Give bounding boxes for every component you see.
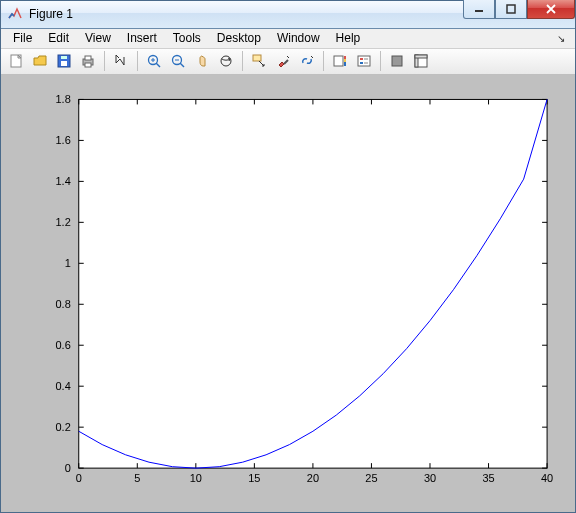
pan-button[interactable]: [191, 50, 213, 72]
print-figure-button[interactable]: [77, 50, 99, 72]
toolbar-separator: [104, 51, 105, 71]
menu-overflow-icon[interactable]: ↘: [551, 33, 571, 44]
svg-text:1.6: 1.6: [56, 134, 71, 146]
toolbar: [1, 49, 575, 75]
insert-colorbar-button[interactable]: [329, 50, 351, 72]
svg-text:1.4: 1.4: [56, 175, 71, 187]
svg-text:1.8: 1.8: [56, 93, 71, 105]
svg-line-15: [180, 63, 184, 67]
toolbar-separator: [242, 51, 243, 71]
menu-view[interactable]: View: [77, 29, 119, 47]
svg-text:15: 15: [248, 472, 260, 484]
svg-text:0: 0: [65, 462, 71, 474]
menu-insert[interactable]: Insert: [119, 29, 165, 47]
svg-rect-20: [334, 56, 343, 66]
svg-rect-9: [85, 63, 91, 67]
toolbar-separator: [380, 51, 381, 71]
svg-text:30: 30: [424, 472, 436, 484]
svg-text:0: 0: [76, 472, 82, 484]
svg-rect-5: [61, 61, 67, 66]
svg-text:40: 40: [541, 472, 553, 484]
svg-line-11: [156, 63, 160, 67]
new-figure-button[interactable]: [5, 50, 27, 72]
close-button[interactable]: [527, 0, 575, 19]
svg-text:0.4: 0.4: [56, 380, 71, 392]
figure-background: 051015202530354000.20.40.60.811.21.41.61…: [9, 83, 567, 505]
svg-rect-32: [415, 55, 427, 58]
svg-text:25: 25: [365, 472, 377, 484]
rotate-3d-button[interactable]: [215, 50, 237, 72]
menu-tools[interactable]: Tools: [165, 29, 209, 47]
svg-rect-23: [344, 59, 346, 62]
insert-legend-button[interactable]: [353, 50, 375, 72]
svg-rect-29: [392, 56, 402, 66]
svg-rect-24: [358, 56, 370, 66]
window-title: Figure 1: [29, 7, 463, 21]
menu-edit[interactable]: Edit: [40, 29, 77, 47]
menu-desktop[interactable]: Desktop: [209, 29, 269, 47]
svg-text:0.8: 0.8: [56, 298, 71, 310]
toolbar-separator: [323, 51, 324, 71]
svg-rect-22: [344, 56, 346, 59]
menubar: File Edit View Insert Tools Desktop Wind…: [1, 29, 575, 49]
zoom-out-button[interactable]: [167, 50, 189, 72]
svg-rect-2: [507, 5, 515, 13]
open-file-button[interactable]: [29, 50, 51, 72]
save-figure-button[interactable]: [53, 50, 75, 72]
maximize-button[interactable]: [495, 0, 527, 19]
svg-text:10: 10: [190, 472, 202, 484]
svg-text:5: 5: [134, 472, 140, 484]
axes[interactable]: 051015202530354000.20.40.60.811.21.41.61…: [9, 83, 567, 505]
link-plots-button[interactable]: [296, 50, 318, 72]
show-plot-tools-button[interactable]: [410, 50, 432, 72]
svg-text:1: 1: [65, 257, 71, 269]
svg-text:35: 35: [482, 472, 494, 484]
figure-window: Figure 1 File Edit View Insert Tools Des…: [0, 0, 576, 513]
titlebar: Figure 1: [1, 1, 575, 29]
svg-line-19: [284, 60, 288, 64]
svg-rect-6: [61, 56, 67, 59]
brush-button[interactable]: [272, 50, 294, 72]
data-cursor-button[interactable]: [248, 50, 270, 72]
zoom-in-button[interactable]: [143, 50, 165, 72]
minimize-button[interactable]: [463, 0, 495, 19]
svg-text:0.2: 0.2: [56, 421, 71, 433]
svg-text:20: 20: [307, 472, 319, 484]
svg-rect-33: [79, 99, 547, 468]
toolbar-separator: [137, 51, 138, 71]
menu-file[interactable]: File: [5, 29, 40, 47]
menu-help[interactable]: Help: [328, 29, 369, 47]
svg-text:1.2: 1.2: [56, 216, 71, 228]
edit-plot-button[interactable]: [110, 50, 132, 72]
matlab-icon: [7, 6, 23, 22]
menu-window[interactable]: Window: [269, 29, 328, 47]
window-controls: [463, 0, 575, 19]
figure-client-area: 051015202530354000.20.40.60.811.21.41.61…: [1, 75, 575, 513]
svg-rect-8: [85, 56, 91, 60]
hide-plot-tools-button[interactable]: [386, 50, 408, 72]
svg-text:0.6: 0.6: [56, 339, 71, 351]
svg-rect-18: [253, 55, 261, 61]
